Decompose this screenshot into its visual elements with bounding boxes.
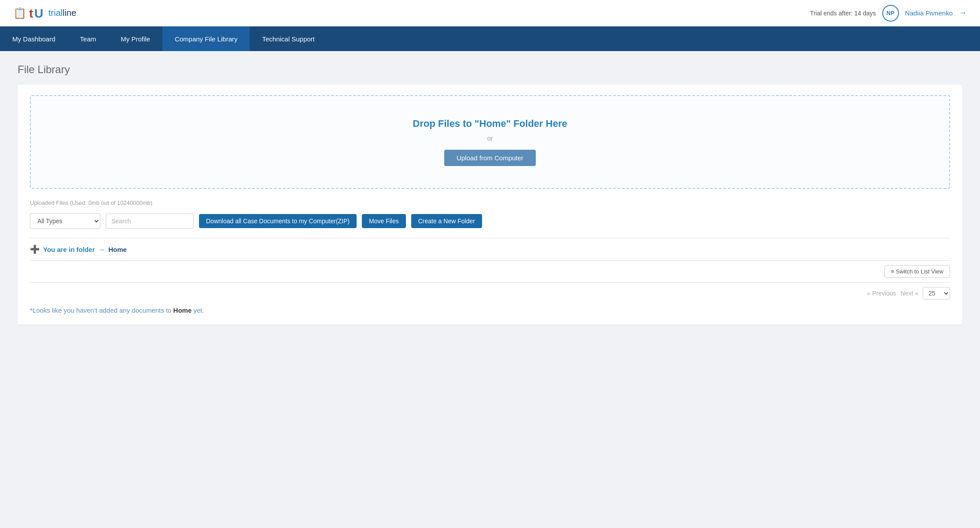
trial-text: Trial ends after: 14 days: [810, 10, 876, 17]
upload-from-computer-button[interactable]: Upload from Computer: [444, 150, 536, 166]
per-page-select[interactable]: 25 50 100: [923, 287, 950, 299]
drop-zone[interactable]: Drop Files to "Home" Folder Here or Uplo…: [30, 95, 950, 189]
top-header: 📋 t U trialline Trial ends after: 14 day…: [0, 0, 980, 26]
type-select[interactable]: All Types Images Documents Videos Audio: [30, 213, 100, 229]
move-files-button[interactable]: Move Files: [362, 214, 406, 228]
download-all-button[interactable]: Download all Case Documents to my Comput…: [199, 214, 357, 228]
logo-text: trialline: [48, 8, 76, 18]
page-title: File Library: [18, 63, 962, 76]
uploaded-files-meta: (Used: 0mb out of 10240000mb): [70, 199, 152, 206]
logo: 📋 t U trialline: [13, 6, 76, 20]
logo-icon: 📋: [13, 7, 26, 19]
page-content: File Library Drop Files to "Home" Folder…: [0, 51, 980, 337]
nav-company-file-library[interactable]: Company File Library: [162, 26, 250, 51]
logo-svg: t U: [29, 6, 46, 20]
switch-to-list-view-button[interactable]: ≡ Switch to List View: [884, 265, 950, 278]
nav-technical-support[interactable]: Technical Support: [250, 26, 327, 51]
folder-arrow-icon: →: [98, 246, 105, 253]
user-name: Nadiia Pivnenko: [905, 9, 953, 17]
nav-team[interactable]: Team: [68, 26, 109, 51]
empty-message-suffix: yet.: [192, 306, 204, 314]
next-page-link: Next »: [901, 290, 918, 297]
nav-my-profile[interactable]: My Profile: [108, 26, 162, 51]
pagination-row: « Previous Next » 25 50 100: [30, 287, 950, 299]
toolbar: All Types Images Documents Videos Audio …: [30, 213, 950, 229]
add-folder-icon[interactable]: ➕: [30, 244, 40, 254]
avatar: NP: [882, 5, 899, 22]
folder-breadcrumb: ➕ You are in folder → Home: [30, 244, 950, 254]
view-controls: ≡ Switch to List View: [30, 265, 950, 278]
logout-icon[interactable]: →: [959, 8, 967, 18]
current-folder-name: Home: [108, 246, 127, 253]
search-input[interactable]: [106, 214, 194, 229]
create-new-folder-button[interactable]: Create a New Folder: [411, 214, 482, 228]
empty-message-folder: Home: [173, 306, 192, 314]
svg-text:t: t: [29, 7, 33, 20]
empty-state-message: *Looks like you haven't added any docume…: [30, 306, 950, 314]
divider-2: [30, 260, 950, 261]
main-card: Drop Files to "Home" Folder Here or Uplo…: [18, 85, 962, 325]
uploaded-files-label: Uploaded Files (Used: 0mb out of 1024000…: [30, 199, 950, 206]
folder-breadcrumb-prefix: You are in folder: [43, 246, 95, 253]
drop-zone-or: or: [40, 135, 940, 142]
main-nav: My Dashboard Team My Profile Company Fil…: [0, 26, 980, 51]
empty-message-prefix: *Looks like you haven't added any docume…: [30, 306, 173, 314]
divider-3: [30, 282, 950, 283]
drop-zone-heading: Drop Files to "Home" Folder Here: [40, 118, 940, 129]
header-right: Trial ends after: 14 days NP Nadiia Pivn…: [810, 5, 967, 22]
nav-my-dashboard[interactable]: My Dashboard: [0, 26, 68, 51]
svg-text:U: U: [34, 7, 43, 20]
divider-1: [30, 238, 950, 238]
prev-page-link: « Previous: [867, 290, 896, 297]
